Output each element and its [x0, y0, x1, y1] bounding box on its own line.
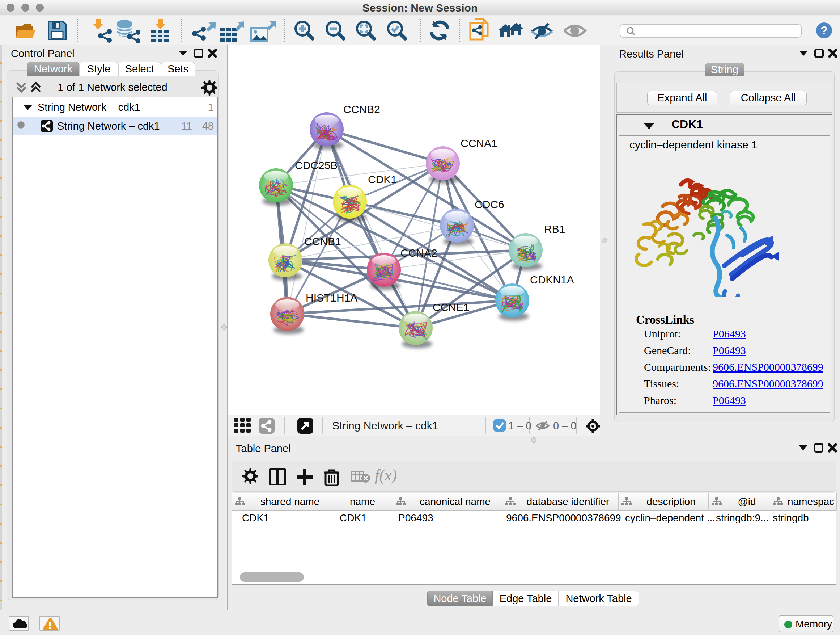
- svg-text:CCNB2: CCNB2: [343, 103, 380, 115]
- svg-text:CCNA1: CCNA1: [461, 137, 497, 149]
- svg-text:CCNE1: CCNE1: [433, 301, 470, 313]
- svg-text:CDKN1A: CDKN1A: [530, 274, 574, 286]
- svg-text:CCNA2: CCNA2: [401, 247, 437, 259]
- svg-text:RB1: RB1: [544, 223, 565, 235]
- svg-text:CDC6: CDC6: [475, 198, 504, 211]
- svg-text:CDK1: CDK1: [368, 173, 397, 185]
- svg-text:CCNB1: CCNB1: [304, 235, 341, 247]
- svg-text:?: ?: [821, 24, 828, 37]
- svg-text:HIST1H1A: HIST1H1A: [306, 292, 357, 304]
- svg-text:CDC25B: CDC25B: [295, 159, 338, 171]
